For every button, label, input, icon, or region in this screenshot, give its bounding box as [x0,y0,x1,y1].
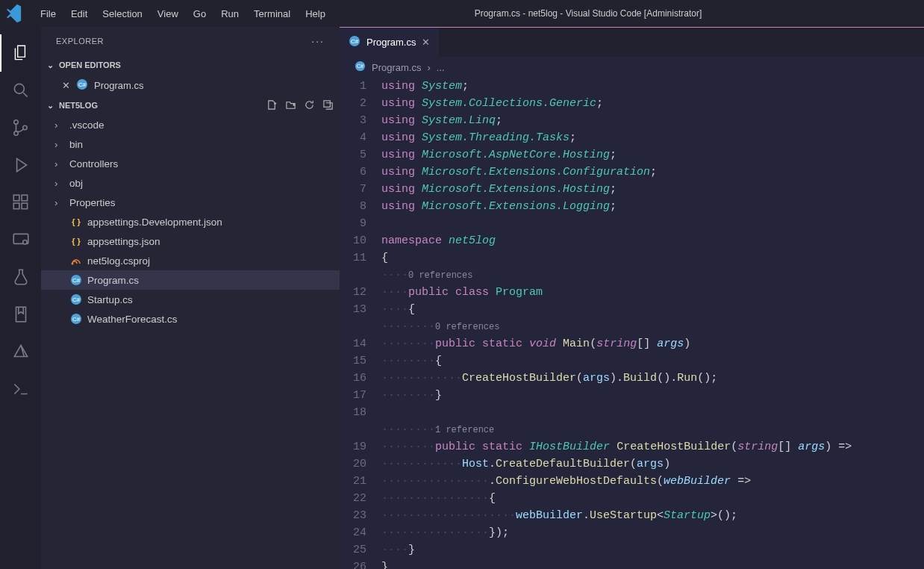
activity-explorer[interactable] [0,34,41,72]
activity-azure[interactable] [0,333,41,370]
vscode-logo-icon [6,3,27,24]
folder-bin[interactable]: ›bin [41,134,340,154]
folder--vscode[interactable]: ›.vscode [41,115,340,134]
chevron-down-icon: ⌄ [47,60,56,70]
menu-view[interactable]: View [150,5,186,22]
folder-controllers[interactable]: ›Controllers [41,154,340,173]
json-icon: { } [69,217,83,226]
chevron-right-icon: › [54,119,65,131]
menu-terminal[interactable]: Terminal [246,5,298,22]
svg-rect-5 [13,203,19,209]
tab-bar: C# Program.cs ✕ [340,27,924,57]
menu-edit[interactable]: Edit [63,5,95,22]
chevron-right-icon: › [54,158,65,170]
svg-rect-10 [16,307,25,322]
json-icon: { } [69,237,83,246]
sidebar-more-icon[interactable]: ··· [311,35,325,47]
sidebar-title: EXPLORER [56,37,104,46]
folder-obj[interactable]: ›obj [41,173,340,193]
svg-rect-4 [13,195,19,201]
activity-remote[interactable] [0,221,41,258]
open-editors-header[interactable]: ⌄ OPEN EDITORS [41,55,340,75]
collapse-icon[interactable] [322,99,334,112]
svg-point-9 [22,240,26,244]
open-editor-item[interactable]: ✕ C# Program.cs [41,75,340,96]
csharp-icon: C# [76,78,88,93]
svg-rect-6 [22,203,28,209]
breadcrumb[interactable]: C# Program.cs › ... [340,57,924,78]
menu-file[interactable]: File [33,5,63,22]
activity-bar [0,27,41,569]
activity-testing[interactable] [0,258,41,296]
file-weatherforecast-cs[interactable]: C#WeatherForecast.cs [41,309,340,329]
svg-text:C#: C# [78,81,87,88]
activity-search[interactable] [0,72,41,109]
file-tree: ›.vscode›bin›Controllers›obj›Properties{… [41,115,340,329]
open-editor-filename: Program.cs [94,80,143,91]
chevron-right-icon: › [54,178,65,189]
folder-properties[interactable]: ›Properties [41,193,340,212]
activity-extensions[interactable] [0,184,41,221]
open-editors-label: OPEN EDITORS [59,60,121,69]
activity-source-control[interactable] [0,109,41,146]
file-program-cs[interactable]: C#Program.cs [41,270,340,290]
activity-debug[interactable] [0,146,41,184]
menu-selection[interactable]: Selection [95,5,149,22]
chevron-down-icon: ⌄ [47,101,56,111]
svg-point-0 [14,84,24,93]
breadcrumb-separator: › [427,62,430,73]
refresh-icon[interactable] [304,99,315,112]
svg-text:C#: C# [72,316,81,323]
activity-terminal[interactable] [0,370,41,408]
project-name: NET5LOG [59,101,98,110]
svg-point-1 [13,120,17,124]
csharp-icon: C# [349,35,360,49]
code-content[interactable]: using System;using System.Collections.Ge… [381,78,924,569]
svg-rect-7 [22,195,28,201]
code-editor[interactable]: 1234567891011121314151617181920212223242… [340,78,924,569]
close-icon[interactable]: ✕ [62,80,70,91]
breadcrumb-more: ... [437,62,445,73]
tab-label: Program.cs [366,37,416,48]
csharp-icon: C# [355,60,366,74]
csharp-icon: C# [69,293,83,305]
new-folder-icon[interactable] [285,99,296,112]
svg-point-2 [13,131,17,135]
editor: C# Program.cs ✕ C# Program.cs › ... 1234… [340,27,924,569]
tab-program-cs[interactable]: C# Program.cs ✕ [340,28,439,57]
svg-point-14 [72,263,74,265]
svg-rect-13 [324,100,330,106]
svg-text:C#: C# [72,277,81,284]
titlebar: File Edit Selection View Go Run Terminal… [0,0,924,27]
csharp-icon: C# [69,313,83,325]
svg-text:C#: C# [357,63,364,69]
file-appsettings-json[interactable]: { }appsettings.json [41,231,340,251]
activity-bookmarks[interactable] [0,296,41,333]
chevron-right-icon: › [54,139,65,150]
xml-icon [69,255,83,267]
menu-run[interactable]: Run [213,5,246,22]
new-file-icon[interactable] [266,99,278,112]
file-startup-cs[interactable]: C#Startup.cs [41,290,340,309]
sidebar-header: EXPLORER ··· [41,27,340,55]
svg-text:C#: C# [351,38,359,45]
project-header[interactable]: ⌄ NET5LOG [41,96,340,115]
menu-go[interactable]: Go [186,5,213,22]
menu-help[interactable]: Help [298,5,333,22]
chevron-right-icon: › [54,197,65,208]
svg-text:C#: C# [72,296,81,303]
breadcrumb-file: Program.cs [372,62,421,73]
file-net5log-csproj[interactable]: net5log.csproj [41,251,340,270]
window-title: Program.cs - net5log - Visual Studio Cod… [333,8,918,19]
sidebar: EXPLORER ··· ⌄ OPEN EDITORS ✕ C# Program… [41,27,340,569]
csharp-icon: C# [69,274,83,286]
file-appsettings-development-json[interactable]: { }appsettings.Development.json [41,212,340,231]
line-gutter: 1234567891011121314151617181920212223242… [340,78,381,569]
close-icon[interactable]: ✕ [422,37,430,48]
